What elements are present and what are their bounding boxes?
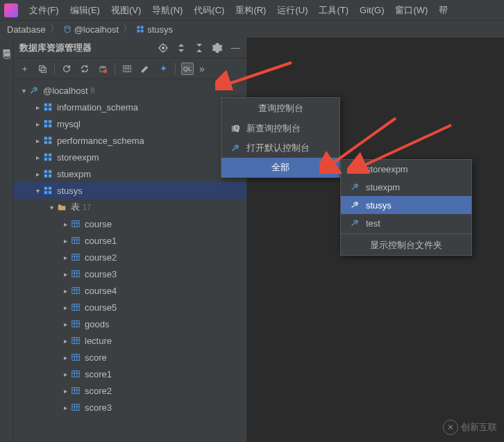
expand-arrow-icon[interactable]: [33, 120, 42, 128]
tree-table-node[interactable]: course5: [14, 299, 246, 316]
submenu-item[interactable]: storeexpm: [341, 160, 471, 178]
context-all[interactable]: 全部 ▸: [221, 158, 339, 177]
expand-all-icon[interactable]: [176, 42, 187, 54]
svg-rect-21: [44, 137, 47, 140]
submenu-item[interactable]: test: [341, 214, 471, 232]
breadcrumb-host[interactable]: @localhost: [63, 24, 119, 35]
expand-arrow-icon[interactable]: [61, 370, 69, 378]
wizard-icon[interactable]: ✦: [157, 63, 169, 75]
expand-arrow-icon[interactable]: [61, 254, 69, 261]
tree-table-node[interactable]: course1: [14, 232, 246, 249]
menu-file[interactable]: 文件(F): [24, 1, 65, 19]
main-menu-bar: 文件(F) 编辑(E) 视图(V) 导航(N) 代码(C) 重构(R) 运行(U…: [0, 0, 504, 21]
svg-rect-31: [44, 174, 47, 177]
collapse-all-icon[interactable]: [194, 42, 205, 54]
console-icon[interactable]: QL: [181, 63, 194, 75]
tree-table-node[interactable]: goods: [14, 316, 246, 332]
refresh-icon[interactable]: [60, 63, 73, 75]
menu-run[interactable]: 运行(U): [271, 1, 313, 19]
add-icon[interactable]: ＋: [18, 63, 31, 75]
table-view-icon[interactable]: [121, 63, 133, 75]
menu-git[interactable]: Git(G): [354, 2, 389, 18]
table-icon: [69, 218, 82, 229]
table-icon: [69, 302, 82, 313]
expand-arrow-icon[interactable]: [19, 87, 28, 95]
menu-code[interactable]: 代码(C): [188, 1, 230, 19]
expand-arrow-icon[interactable]: [61, 237, 69, 245]
expand-arrow-icon[interactable]: [61, 337, 69, 345]
tree-schema-node[interactable]: performance_schema: [14, 132, 246, 149]
panel-title: 数据库资源管理器: [19, 42, 92, 54]
expand-arrow-icon[interactable]: [61, 320, 69, 328]
stop-icon[interactable]: [96, 63, 109, 75]
overflow-chevron-icon[interactable]: »: [199, 63, 205, 74]
expand-arrow-icon[interactable]: [61, 287, 69, 295]
tree-schema-node-selected[interactable]: stusys: [14, 182, 246, 199]
expand-arrow-icon[interactable]: [33, 170, 42, 178]
tree-schema-node[interactable]: mysql: [14, 115, 246, 132]
svg-rect-36: [49, 191, 51, 194]
svg-rect-43: [72, 321, 80, 327]
database-tree: @localhost 8 information_schema mysql pe…: [14, 79, 246, 442]
expand-arrow-icon[interactable]: [61, 304, 69, 311]
context-open-default[interactable]: 打开默认控制台: [221, 138, 339, 158]
expand-arrow-icon[interactable]: [61, 404, 69, 411]
menu-navigate[interactable]: 导航(N): [146, 1, 188, 19]
tree-table-node[interactable]: score2: [14, 382, 246, 399]
menu-help[interactable]: 帮: [433, 1, 453, 19]
tree-table-node[interactable]: lecture: [14, 332, 246, 349]
schema-icon: [42, 135, 54, 146]
tree-table-node[interactable]: course2: [14, 249, 246, 265]
expand-arrow-icon[interactable]: [61, 387, 69, 395]
expand-arrow-icon[interactable]: [33, 187, 42, 195]
breadcrumb: Database 〉 @localhost 〉 stusys: [0, 21, 504, 38]
folder-icon: [56, 202, 68, 213]
submenu-item[interactable]: stuexpm: [341, 178, 471, 196]
tree-schema-node[interactable]: storeexpm: [14, 149, 246, 165]
menu-tools[interactable]: 工具(T): [313, 1, 354, 19]
context-new-console[interactable]: QL 新查询控制台: [221, 119, 339, 138]
expand-arrow-icon[interactable]: [33, 154, 42, 161]
tree-tables-count: 17: [83, 203, 91, 211]
tree-host-label: @localhost: [43, 85, 88, 96]
expand-arrow-icon[interactable]: [47, 204, 56, 211]
breadcrumb-schema[interactable]: stusys: [136, 24, 173, 35]
svg-rect-20: [49, 124, 51, 127]
svg-rect-9: [41, 67, 46, 72]
menu-edit[interactable]: 编辑(E): [65, 1, 106, 19]
expand-arrow-icon[interactable]: [61, 220, 69, 228]
expand-arrow-icon[interactable]: [33, 137, 42, 145]
tree-table-node[interactable]: course: [14, 215, 246, 232]
submenu-show-folder-label: 显示控制台文件夹: [349, 239, 463, 252]
expand-arrow-icon[interactable]: [33, 104, 42, 111]
tree-table-node[interactable]: course3: [14, 265, 246, 282]
tree-table-label: lecture: [85, 336, 112, 346]
database-stack-icon[interactable]: [2, 50, 12, 60]
tree-table-node[interactable]: score3: [14, 399, 246, 416]
menu-view[interactable]: 视图(V): [106, 1, 146, 19]
target-icon[interactable]: [158, 42, 169, 54]
tree-table-node[interactable]: score1: [14, 366, 246, 382]
submenu-item-selected[interactable]: stusys: [341, 196, 471, 214]
sync-icon[interactable]: [78, 63, 91, 75]
menu-refactor[interactable]: 重构(R): [230, 1, 271, 19]
expand-arrow-icon[interactable]: [61, 270, 69, 278]
tree-table-node[interactable]: course4: [14, 282, 246, 299]
gear-icon[interactable]: [212, 42, 223, 54]
menu-window[interactable]: 窗口(W): [389, 1, 433, 19]
context-menu-title: 查询控制台: [221, 98, 339, 119]
duplicate-icon[interactable]: [36, 63, 49, 75]
tree-table-node[interactable]: score: [14, 349, 246, 366]
breadcrumb-database[interactable]: Database: [7, 24, 46, 35]
tree-tables-folder[interactable]: 表17: [14, 199, 246, 215]
tree-schema-node[interactable]: stuexpm: [14, 165, 246, 182]
edit-icon[interactable]: [139, 63, 151, 75]
submenu-show-folder[interactable]: 显示控制台文件夹: [341, 236, 471, 255]
expand-arrow-icon[interactable]: [61, 354, 69, 361]
console-all-submenu: storeexpm stuexpm stusys test 显示控制台文件夹: [340, 159, 472, 256]
tree-schema-node[interactable]: information_schema: [14, 99, 246, 115]
watermark-icon: ✕: [443, 420, 458, 435]
svg-rect-41: [72, 288, 80, 294]
minimize-icon[interactable]: —: [230, 42, 241, 54]
tree-host-node[interactable]: @localhost 8: [14, 82, 246, 99]
